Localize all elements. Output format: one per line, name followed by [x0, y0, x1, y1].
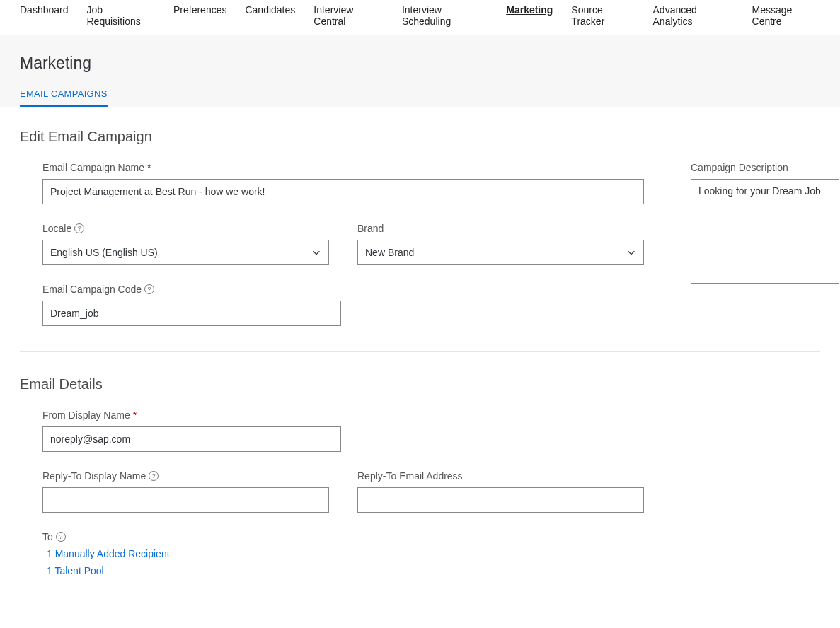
nav-item-preferences[interactable]: Preferences	[173, 4, 226, 27]
field-campaign-code: Email Campaign Code ?	[42, 284, 341, 326]
nav-item-interview-central[interactable]: Interview Central	[313, 4, 384, 27]
help-icon[interactable]: ?	[149, 471, 159, 481]
top-nav: DashboardJob RequisitionsPreferencesCand…	[0, 0, 840, 35]
help-icon[interactable]: ?	[74, 223, 84, 233]
label-campaign-code: Email Campaign Code ?	[42, 284, 341, 295]
to-link[interactable]: 1 Manually Added Recipient	[47, 548, 170, 559]
chevron-down-icon	[626, 248, 636, 257]
tab-email-campaigns[interactable]: Email Campaigns	[20, 83, 108, 107]
help-icon[interactable]: ?	[56, 532, 66, 542]
campaign-description-textarea[interactable]: Looking for your Dream Job	[691, 179, 839, 284]
brand-select-value: New Brand	[365, 247, 414, 258]
chevron-down-icon	[311, 248, 321, 257]
locale-select[interactable]: English US (English US)	[42, 240, 329, 265]
nav-item-marketing[interactable]: Marketing	[506, 4, 553, 27]
label-from-text: From Display Name	[42, 409, 130, 421]
section-title-email-details: Email Details	[20, 376, 820, 392]
campaign-name-input[interactable]	[42, 179, 644, 204]
field-to: To ? 1 Manually Added Recipient1 Talent …	[42, 531, 170, 582]
label-campaign-description: Campaign Description	[691, 162, 839, 173]
brand-select[interactable]: New Brand	[357, 240, 644, 265]
label-reply-to-email: Reply-To Email Address	[357, 470, 644, 482]
campaign-code-input[interactable]	[42, 301, 341, 326]
label-to: To ?	[42, 531, 170, 542]
nav-item-message-centre[interactable]: Message Centre	[752, 4, 820, 27]
label-reply-to-name: Reply-To Display Name ?	[42, 470, 329, 482]
locale-select-value: English US (English US)	[50, 247, 158, 258]
page-header: Marketing Email Campaigns	[0, 35, 840, 107]
label-to-text: To	[42, 531, 53, 542]
nav-item-dashboard[interactable]: Dashboard	[20, 4, 69, 27]
nav-item-job-requisitions[interactable]: Job Requisitions	[87, 4, 155, 27]
section-title-edit-campaign: Edit Email Campaign	[20, 129, 820, 145]
to-link[interactable]: 1 Talent Pool	[47, 565, 170, 576]
page-title: Marketing	[20, 54, 820, 73]
label-campaign-name-text: Email Campaign Name	[42, 162, 144, 173]
nav-item-candidates[interactable]: Candidates	[245, 4, 295, 27]
label-campaign-code-text: Email Campaign Code	[42, 284, 142, 295]
field-reply-to-name: Reply-To Display Name ?	[42, 470, 329, 513]
field-from-display-name: From Display Name*	[42, 409, 341, 452]
edit-campaign-form: Email Campaign Name* Locale ? English US…	[20, 162, 820, 344]
label-brand: Brand	[357, 223, 644, 234]
required-asterisk: *	[133, 409, 137, 421]
nav-item-advanced-analytics[interactable]: Advanced Analytics	[653, 4, 734, 27]
sub-tabs: Email Campaigns	[20, 83, 820, 107]
label-campaign-name: Email Campaign Name*	[42, 162, 644, 173]
field-campaign-description: Campaign Description Looking for your Dr…	[691, 162, 839, 284]
label-locale: Locale ?	[42, 223, 329, 234]
required-asterisk: *	[147, 162, 151, 173]
label-locale-text: Locale	[42, 223, 71, 234]
nav-item-source-tracker[interactable]: Source Tracker	[571, 4, 634, 27]
field-locale: Locale ? English US (English US)	[42, 223, 329, 265]
field-campaign-name: Email Campaign Name*	[42, 162, 644, 204]
reply-to-email-input[interactable]	[357, 487, 644, 513]
reply-to-name-input[interactable]	[42, 487, 329, 513]
from-display-name-input[interactable]	[42, 426, 341, 452]
field-reply-to-email: Reply-To Email Address	[357, 470, 644, 513]
label-from-display-name: From Display Name*	[42, 409, 341, 421]
label-reply-to-name-text: Reply-To Display Name	[42, 470, 146, 482]
content: Edit Email Campaign Email Campaign Name*…	[0, 107, 840, 617]
help-icon[interactable]: ?	[144, 284, 154, 294]
to-link-list: 1 Manually Added Recipient1 Talent Pool	[42, 548, 170, 582]
nav-item-interview-scheduling[interactable]: Interview Scheduling	[402, 4, 488, 27]
section-divider	[20, 351, 820, 352]
field-brand: Brand New Brand	[357, 223, 644, 265]
